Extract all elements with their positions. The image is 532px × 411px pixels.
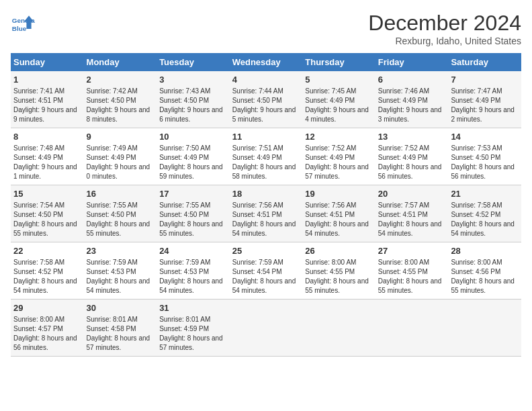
day-info: Sunrise: 7:54 AM Sunset: 4:50 PM Dayligh… bbox=[13, 201, 81, 238]
day-info: Sunrise: 7:46 AM Sunset: 4:49 PM Dayligh… bbox=[378, 87, 446, 124]
calendar-cell: 29 Sunrise: 8:00 AM Sunset: 4:57 PM Dayl… bbox=[11, 300, 84, 357]
day-number: 23 bbox=[87, 246, 154, 256]
day-info: Sunrise: 7:59 AM Sunset: 4:54 PM Dayligh… bbox=[232, 258, 300, 295]
day-number: 19 bbox=[305, 189, 373, 199]
calendar-cell bbox=[230, 300, 303, 357]
week-row-4: 22 Sunrise: 7:58 AM Sunset: 4:52 PM Dayl… bbox=[11, 242, 521, 300]
title-area: December 2024 Rexburg, Idaho, United Sta… bbox=[368, 11, 521, 46]
day-info: Sunrise: 7:52 AM Sunset: 4:49 PM Dayligh… bbox=[378, 144, 446, 181]
days-header-row: SundayMondayTuesdayWednesdayThursdayFrid… bbox=[11, 53, 521, 71]
calendar-cell: 17 Sunrise: 7:55 AM Sunset: 4:50 PM Dayl… bbox=[157, 185, 230, 242]
day-header-sunday: Sunday bbox=[11, 53, 84, 71]
day-info: Sunrise: 7:58 AM Sunset: 4:52 PM Dayligh… bbox=[451, 201, 519, 238]
month-title: December 2024 bbox=[368, 11, 521, 36]
day-number: 25 bbox=[232, 246, 300, 256]
day-number: 24 bbox=[159, 246, 227, 256]
day-info: Sunrise: 7:47 AM Sunset: 4:49 PM Dayligh… bbox=[451, 87, 519, 124]
day-info: Sunrise: 7:42 AM Sunset: 4:50 PM Dayligh… bbox=[87, 87, 154, 124]
day-info: Sunrise: 7:56 AM Sunset: 4:51 PM Dayligh… bbox=[232, 201, 300, 238]
week-row-3: 15 Sunrise: 7:54 AM Sunset: 4:50 PM Dayl… bbox=[11, 185, 521, 242]
day-info: Sunrise: 7:52 AM Sunset: 4:49 PM Dayligh… bbox=[305, 144, 373, 181]
day-info: Sunrise: 8:00 AM Sunset: 4:55 PM Dayligh… bbox=[305, 258, 373, 295]
calendar-cell: 4 Sunrise: 7:44 AM Sunset: 4:50 PM Dayli… bbox=[230, 71, 303, 128]
day-number: 15 bbox=[13, 189, 81, 199]
day-number: 5 bbox=[305, 75, 373, 85]
calendar-cell: 15 Sunrise: 7:54 AM Sunset: 4:50 PM Dayl… bbox=[11, 185, 84, 242]
calendar-cell: 19 Sunrise: 7:56 AM Sunset: 4:51 PM Dayl… bbox=[302, 185, 375, 242]
day-number: 1 bbox=[13, 75, 81, 85]
day-number: 9 bbox=[87, 132, 154, 142]
calendar-cell: 14 Sunrise: 7:53 AM Sunset: 4:50 PM Dayl… bbox=[448, 128, 521, 185]
calendar-cell: 21 Sunrise: 7:58 AM Sunset: 4:52 PM Dayl… bbox=[448, 185, 521, 242]
day-number: 26 bbox=[305, 246, 373, 256]
week-row-5: 29 Sunrise: 8:00 AM Sunset: 4:57 PM Dayl… bbox=[11, 300, 521, 357]
day-header-saturday: Saturday bbox=[448, 53, 521, 71]
week-row-2: 8 Sunrise: 7:48 AM Sunset: 4:49 PM Dayli… bbox=[11, 128, 521, 185]
day-number: 10 bbox=[159, 132, 227, 142]
calendar-cell: 18 Sunrise: 7:56 AM Sunset: 4:51 PM Dayl… bbox=[230, 185, 303, 242]
day-info: Sunrise: 7:49 AM Sunset: 4:49 PM Dayligh… bbox=[87, 144, 154, 181]
day-header-thursday: Thursday bbox=[302, 53, 375, 71]
day-number: 29 bbox=[13, 303, 81, 313]
day-number: 4 bbox=[232, 75, 300, 85]
calendar-cell: 25 Sunrise: 7:59 AM Sunset: 4:54 PM Dayl… bbox=[230, 242, 303, 300]
calendar-cell: 26 Sunrise: 8:00 AM Sunset: 4:55 PM Dayl… bbox=[302, 242, 375, 300]
location: Rexburg, Idaho, United States bbox=[368, 36, 521, 46]
day-number: 30 bbox=[87, 303, 154, 313]
day-info: Sunrise: 7:45 AM Sunset: 4:49 PM Dayligh… bbox=[305, 87, 373, 124]
calendar-cell: 16 Sunrise: 7:55 AM Sunset: 4:50 PM Dayl… bbox=[84, 185, 157, 242]
calendar-cell: 12 Sunrise: 7:52 AM Sunset: 4:49 PM Dayl… bbox=[302, 128, 375, 185]
day-info: Sunrise: 7:59 AM Sunset: 4:53 PM Dayligh… bbox=[87, 258, 154, 295]
day-info: Sunrise: 7:58 AM Sunset: 4:52 PM Dayligh… bbox=[13, 258, 81, 295]
day-number: 16 bbox=[87, 189, 154, 199]
calendar-cell: 5 Sunrise: 7:45 AM Sunset: 4:49 PM Dayli… bbox=[302, 71, 375, 128]
calendar-cell: 2 Sunrise: 7:42 AM Sunset: 4:50 PM Dayli… bbox=[84, 71, 157, 128]
day-number: 22 bbox=[13, 246, 81, 256]
calendar-cell: 11 Sunrise: 7:51 AM Sunset: 4:49 PM Dayl… bbox=[230, 128, 303, 185]
calendar-cell: 7 Sunrise: 7:47 AM Sunset: 4:49 PM Dayli… bbox=[448, 71, 521, 128]
day-info: Sunrise: 7:44 AM Sunset: 4:50 PM Dayligh… bbox=[232, 87, 300, 124]
day-info: Sunrise: 8:00 AM Sunset: 4:57 PM Dayligh… bbox=[13, 315, 81, 353]
day-info: Sunrise: 7:59 AM Sunset: 4:53 PM Dayligh… bbox=[159, 258, 227, 295]
day-info: Sunrise: 7:57 AM Sunset: 4:51 PM Dayligh… bbox=[378, 201, 446, 238]
day-info: Sunrise: 7:51 AM Sunset: 4:49 PM Dayligh… bbox=[232, 144, 300, 181]
calendar-cell: 9 Sunrise: 7:49 AM Sunset: 4:49 PM Dayli… bbox=[84, 128, 157, 185]
day-info: Sunrise: 7:48 AM Sunset: 4:49 PM Dayligh… bbox=[13, 144, 81, 181]
day-info: Sunrise: 7:41 AM Sunset: 4:51 PM Dayligh… bbox=[13, 87, 81, 124]
day-info: Sunrise: 8:01 AM Sunset: 4:59 PM Dayligh… bbox=[159, 315, 227, 353]
page-header: General Blue December 2024 Rexburg, Idah… bbox=[11, 11, 521, 46]
day-info: Sunrise: 8:00 AM Sunset: 4:56 PM Dayligh… bbox=[451, 258, 519, 295]
calendar-cell: 27 Sunrise: 8:00 AM Sunset: 4:55 PM Dayl… bbox=[375, 242, 449, 300]
svg-text:Blue: Blue bbox=[12, 25, 27, 32]
day-number: 6 bbox=[378, 75, 446, 85]
day-header-friday: Friday bbox=[375, 53, 449, 71]
day-number: 12 bbox=[305, 132, 373, 142]
day-info: Sunrise: 7:53 AM Sunset: 4:50 PM Dayligh… bbox=[451, 144, 519, 181]
day-header-tuesday: Tuesday bbox=[157, 53, 230, 71]
day-info: Sunrise: 7:55 AM Sunset: 4:50 PM Dayligh… bbox=[87, 201, 154, 238]
calendar-cell: 6 Sunrise: 7:46 AM Sunset: 4:49 PM Dayli… bbox=[375, 71, 449, 128]
calendar-cell: 8 Sunrise: 7:48 AM Sunset: 4:49 PM Dayli… bbox=[11, 128, 84, 185]
day-number: 27 bbox=[378, 246, 446, 256]
calendar-cell bbox=[375, 300, 449, 357]
day-number: 20 bbox=[378, 189, 446, 199]
week-row-1: 1 Sunrise: 7:41 AM Sunset: 4:51 PM Dayli… bbox=[11, 71, 521, 128]
logo-icon: General Blue bbox=[11, 11, 35, 35]
day-number: 17 bbox=[159, 189, 227, 199]
day-number: 3 bbox=[159, 75, 227, 85]
calendar-cell bbox=[302, 300, 375, 357]
day-info: Sunrise: 7:43 AM Sunset: 4:50 PM Dayligh… bbox=[159, 87, 227, 124]
calendar-cell: 22 Sunrise: 7:58 AM Sunset: 4:52 PM Dayl… bbox=[11, 242, 84, 300]
day-header-wednesday: Wednesday bbox=[230, 53, 303, 71]
day-info: Sunrise: 8:00 AM Sunset: 4:55 PM Dayligh… bbox=[378, 258, 446, 295]
day-number: 18 bbox=[232, 189, 300, 199]
day-header-monday: Monday bbox=[84, 53, 157, 71]
calendar-cell: 28 Sunrise: 8:00 AM Sunset: 4:56 PM Dayl… bbox=[448, 242, 521, 300]
day-info: Sunrise: 7:55 AM Sunset: 4:50 PM Dayligh… bbox=[159, 201, 227, 238]
day-number: 13 bbox=[378, 132, 446, 142]
calendar-cell: 20 Sunrise: 7:57 AM Sunset: 4:51 PM Dayl… bbox=[375, 185, 449, 242]
calendar-cell: 10 Sunrise: 7:50 AM Sunset: 4:49 PM Dayl… bbox=[157, 128, 230, 185]
calendar-cell: 31 Sunrise: 8:01 AM Sunset: 4:59 PM Dayl… bbox=[157, 300, 230, 357]
day-number: 2 bbox=[87, 75, 154, 85]
calendar-cell: 13 Sunrise: 7:52 AM Sunset: 4:49 PM Dayl… bbox=[375, 128, 449, 185]
